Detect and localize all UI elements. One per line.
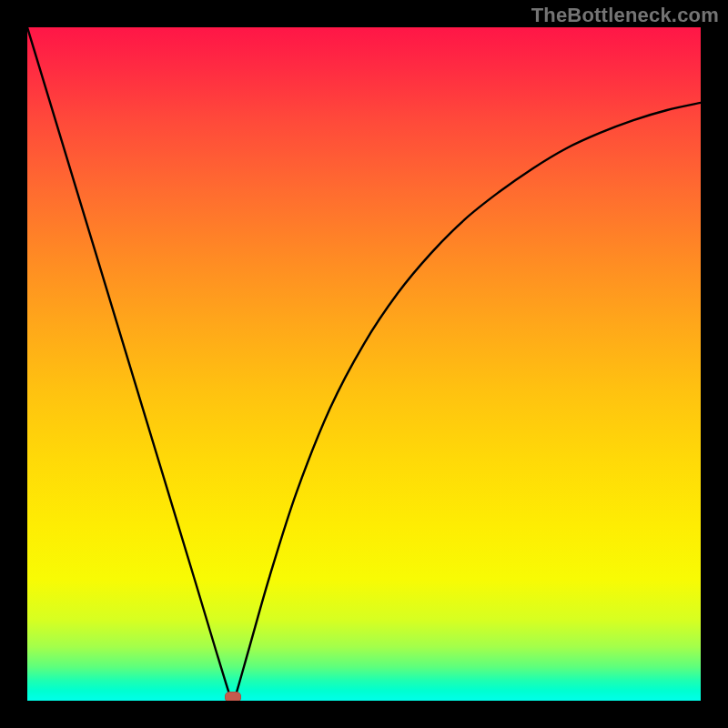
- plot-area: [27, 27, 701, 701]
- minimum-marker: [225, 692, 241, 701]
- bottleneck-curve-path: [27, 27, 701, 701]
- watermark-text: TheBottleneck.com: [531, 4, 719, 27]
- chart-frame: TheBottleneck.com: [0, 0, 728, 728]
- curve-svg: [27, 27, 701, 701]
